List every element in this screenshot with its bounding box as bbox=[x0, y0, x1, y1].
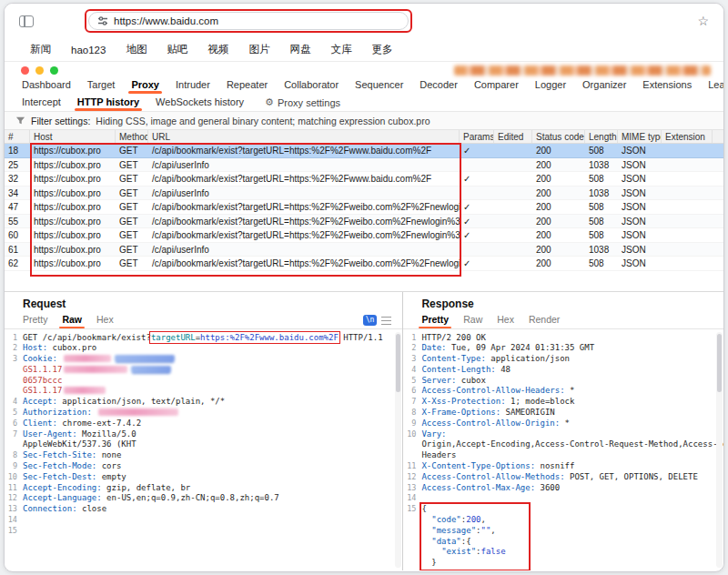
main-tab-target[interactable]: Target bbox=[79, 77, 124, 93]
code-token: Content-Type: bbox=[421, 354, 485, 363]
code-token: false bbox=[480, 547, 505, 556]
cell-mime-type: JSON bbox=[618, 187, 662, 200]
bookmark-item-2[interactable]: hao123 bbox=[71, 45, 106, 55]
column-header-url[interactable]: URL bbox=[148, 130, 460, 143]
sub-tab-intercept[interactable]: Intercept bbox=[14, 95, 69, 110]
cell-host: https://cubox.pro bbox=[30, 243, 116, 257]
request-scrollbar[interactable] bbox=[395, 332, 401, 569]
sidebar-toggle-icon[interactable] bbox=[19, 15, 34, 27]
bookmark-item-5[interactable]: 视频 bbox=[207, 43, 228, 56]
main-tab-dashboard[interactable]: Dashboard bbox=[14, 77, 79, 93]
window-minimize-button[interactable] bbox=[35, 66, 44, 75]
window-zoom-button[interactable] bbox=[50, 66, 58, 75]
response-editor[interactable]: 1HTTP/2 200 OK2Date: Tue, 09 Apr 2024 01… bbox=[403, 329, 723, 571]
code-token: close bbox=[77, 504, 107, 513]
main-tab-proxy[interactable]: Proxy bbox=[123, 77, 167, 93]
sub-tab-http-history[interactable]: HTTP history bbox=[69, 95, 147, 110]
column-header-host[interactable]: Host bbox=[30, 130, 116, 143]
sub-tab-websockets-history[interactable]: WebSockets history bbox=[147, 95, 252, 110]
code-line: 5Authorization: bbox=[5, 408, 402, 419]
filter-bar[interactable]: Filter settings: Hiding CSS, image and g… bbox=[5, 111, 723, 130]
column-header-length[interactable]: Length bbox=[585, 130, 618, 143]
request-tab-hex[interactable]: Hex bbox=[89, 313, 121, 328]
code-token: Sec-Fetch-Mode: bbox=[23, 461, 96, 470]
history-row-25[interactable]: 25https://cubox.proGET/c/api/userInfo200… bbox=[5, 158, 723, 173]
site-info-icon[interactable] bbox=[97, 15, 108, 26]
main-tab-sequencer[interactable]: Sequencer bbox=[347, 77, 411, 93]
column-header-extension[interactable]: Extension bbox=[662, 130, 713, 143]
line-number: 11 bbox=[403, 461, 421, 472]
request-tab-raw[interactable]: Raw bbox=[55, 313, 89, 328]
code-token: :{ bbox=[461, 537, 471, 546]
window-close-button[interactable] bbox=[21, 66, 29, 75]
column-header--[interactable]: # bbox=[5, 130, 30, 143]
address-bar[interactable]: https://www.baidu.com bbox=[88, 12, 409, 30]
proxy-settings-button[interactable]: ⚙ Proxy settings bbox=[265, 97, 340, 108]
cell-extension bbox=[662, 144, 713, 157]
show-newlines-icon[interactable]: \n bbox=[363, 315, 378, 326]
line-number: 7 bbox=[403, 397, 421, 408]
main-tab-collaborator[interactable]: Collaborator bbox=[276, 77, 347, 93]
column-header-params[interactable]: Params bbox=[460, 130, 494, 143]
bookmark-item-3[interactable]: 地图 bbox=[126, 43, 147, 56]
history-row-34[interactable]: 34https://cubox.proGET/c/api/userInfo200… bbox=[5, 187, 723, 201]
code-token: * bbox=[565, 386, 575, 395]
bookmark-item-1[interactable]: 新闻 bbox=[30, 43, 51, 56]
code-line: 12Access-Control-Allow-Methods: POST, GE… bbox=[403, 472, 723, 483]
http-history-table: #HostMethodURLParamsEditedStatus codeLen… bbox=[5, 130, 723, 282]
history-row-55[interactable]: 55https://cubox.proGET/c/api/bookmark/ex… bbox=[5, 215, 723, 229]
response-scrollbar[interactable] bbox=[716, 332, 723, 569]
code-line: AppleWebKit/537.36 (KHT bbox=[5, 439, 402, 450]
code-line: 7X-Xss-Protection: 1; mode=block bbox=[403, 397, 723, 408]
redacted-value bbox=[64, 387, 106, 394]
main-tab-extensions[interactable]: Extensions bbox=[634, 77, 700, 93]
history-row-32[interactable]: 32https://cubox.proGET/c/api/bookmark/ex… bbox=[5, 172, 723, 187]
bookmark-item-9[interactable]: 更多 bbox=[371, 43, 392, 56]
response-tab-pretty[interactable]: Pretty bbox=[414, 313, 456, 328]
annotation-url-box: https://www.baidu.com bbox=[85, 9, 412, 33]
column-header-status-code[interactable]: Status code bbox=[532, 130, 585, 143]
main-tab-organizer[interactable]: Organizer bbox=[574, 77, 634, 93]
code-line: 7User-Agent: Mozilla/5.0 bbox=[5, 429, 402, 440]
column-header-method[interactable]: Method bbox=[116, 130, 148, 143]
code-token: Client: bbox=[23, 419, 57, 428]
code-token: Sec-Fetch-Dest: bbox=[23, 472, 96, 481]
code-line: "code":200, bbox=[403, 515, 723, 526]
response-scrollbar-thumb[interactable] bbox=[717, 334, 722, 392]
main-tab-learn[interactable]: Learn bbox=[700, 77, 724, 93]
main-tab-comparer[interactable]: Comparer bbox=[466, 77, 527, 93]
history-row-61[interactable]: 61https://cubox.proGET/c/api/userInfo200… bbox=[5, 243, 723, 257]
main-tab-logger[interactable]: Logger bbox=[527, 77, 574, 93]
response-tab-render[interactable]: Render bbox=[521, 313, 567, 328]
annotation-inline-box: targetURL=https:%2F%2Fwww.baidu.com%2F bbox=[151, 333, 339, 342]
line-number: 13 bbox=[5, 504, 23, 515]
response-tab-raw[interactable]: Raw bbox=[456, 313, 490, 328]
request-scrollbar-thumb[interactable] bbox=[396, 334, 400, 392]
code-token: 1; mode=block bbox=[506, 397, 575, 406]
bookmark-item-8[interactable]: 文库 bbox=[330, 43, 351, 56]
history-row-60[interactable]: 60https://cubox.proGET/c/api/bookmark/ex… bbox=[5, 228, 723, 243]
request-editor[interactable]: 1GET /c/api/bookmark/exist?targetURL=htt… bbox=[5, 329, 402, 571]
main-tab-intruder[interactable]: Intruder bbox=[167, 77, 218, 93]
bookmark-item-6[interactable]: 图片 bbox=[248, 43, 269, 56]
main-tab-repeater[interactable]: Repeater bbox=[218, 77, 276, 93]
bookmark-star-icon[interactable]: ☆ bbox=[697, 15, 709, 27]
bookmark-item-4[interactable]: 贴吧 bbox=[167, 43, 187, 56]
history-row-18[interactable]: 18https://cubox.proGET/c/api/bookmark/ex… bbox=[5, 144, 723, 158]
bookmark-item-7[interactable]: 网盘 bbox=[289, 43, 310, 56]
cell-extension bbox=[662, 257, 713, 270]
line-number: 12 bbox=[403, 472, 421, 483]
column-header-mime-type[interactable]: MIME type bbox=[618, 130, 662, 143]
response-panel: Response PrettyRawHexRender 1HTTP/2 200 … bbox=[403, 292, 723, 571]
code-token: Access-Control-Max-Age: bbox=[421, 483, 535, 492]
cell-edited bbox=[494, 257, 532, 270]
cell-status-code: 200 bbox=[532, 257, 585, 270]
cell-method: GET bbox=[116, 172, 148, 186]
response-tab-hex[interactable]: Hex bbox=[490, 313, 521, 328]
history-row-62[interactable]: 62https://cubox.proGET/c/api/bookmark/ex… bbox=[5, 257, 723, 271]
request-tab-pretty[interactable]: Pretty bbox=[15, 313, 55, 328]
text-wrap-icon[interactable] bbox=[381, 317, 391, 325]
history-row-47[interactable]: 47https://cubox.proGET/c/api/bookmark/ex… bbox=[5, 200, 723, 215]
column-header-edited[interactable]: Edited bbox=[494, 130, 532, 143]
main-tab-decoder[interactable]: Decoder bbox=[411, 77, 466, 93]
